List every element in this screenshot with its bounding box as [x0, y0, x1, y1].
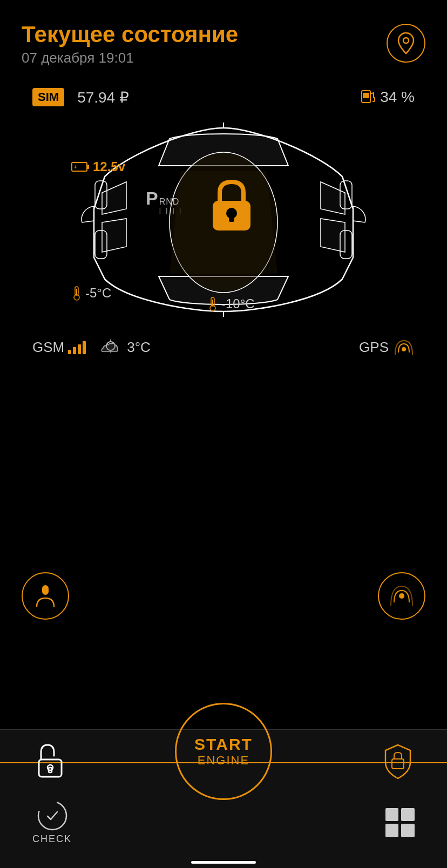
- svg-rect-13: [87, 165, 89, 169]
- start-engine-button[interactable]: START ENGINE: [175, 703, 272, 800]
- weather-temp: 3°C: [127, 339, 151, 356]
- grid-cell-3: [385, 824, 399, 837]
- engine-label: ENGINE: [198, 754, 249, 768]
- unlock-button[interactable]: [32, 741, 76, 789]
- location-button[interactable]: [387, 24, 425, 63]
- gsm-label: GSM: [32, 339, 64, 356]
- fuel-info: 34 %: [361, 89, 415, 106]
- gear-marks: | | | |: [159, 207, 182, 214]
- gear-indicator: P RND | | | |: [146, 187, 182, 215]
- page-subtitle: 07 декабря 19:01: [22, 50, 238, 66]
- car-diagram: + 12.5v P RND | | | |: [0, 117, 447, 322]
- status-bar: SIM 57.94 ₽ 34 %: [0, 83, 447, 112]
- gsm-weather: GSM 3°C: [32, 338, 151, 356]
- check-circle-wrapper: [37, 800, 68, 831]
- svg-rect-2: [363, 93, 369, 98]
- gps-signal-icon: [393, 338, 415, 356]
- page-title: Текущее состояние: [22, 22, 238, 48]
- svg-point-29: [402, 347, 406, 351]
- antenna-button[interactable]: [378, 572, 425, 620]
- svg-rect-17: [229, 213, 234, 222]
- float-buttons: [0, 572, 447, 620]
- temp-outside: -5°C: [71, 286, 111, 301]
- grid-cell-4: [401, 824, 415, 837]
- svg-rect-30: [42, 585, 49, 595]
- bottom-nav: START ENGINE CHECK: [0, 729, 447, 868]
- check-label: CHECK: [32, 833, 72, 845]
- check-icon: [37, 800, 68, 831]
- antenna-icon: [390, 585, 414, 607]
- lock-icon: [205, 177, 259, 238]
- sim-badge: SIM: [32, 88, 64, 106]
- battery-label: + 12.5v: [71, 159, 125, 174]
- gear-p: P: [146, 187, 158, 209]
- nav-bottom-row: CHECK: [0, 795, 447, 861]
- fuel-percent: 34 %: [380, 89, 415, 106]
- temp-inside-value: -10°C: [221, 296, 255, 311]
- unlock-icon: [32, 741, 76, 784]
- svg-point-36: [38, 802, 66, 830]
- svg-rect-35: [392, 759, 404, 769]
- gps-label: GPS: [359, 339, 389, 356]
- menu-button[interactable]: [385, 808, 415, 837]
- svg-point-0: [403, 38, 409, 43]
- svg-point-31: [399, 593, 404, 599]
- battery-voltage: 12.5v: [93, 159, 125, 174]
- profile-button[interactable]: [22, 572, 69, 620]
- nav-top-row: START ENGINE: [0, 730, 447, 795]
- location-icon: [396, 32, 416, 55]
- battery-icon: +: [71, 161, 90, 173]
- grid-cell-1: [385, 808, 399, 822]
- security-button[interactable]: [381, 743, 415, 787]
- header-text: Текущее состояние 07 декабря 19:01: [22, 22, 238, 66]
- gps-info: GPS: [359, 338, 415, 356]
- sim-balance: 57.94 ₽: [77, 89, 129, 106]
- header: Текущее состояние 07 декабря 19:01: [0, 0, 447, 77]
- gsm-signal-icon: [69, 340, 86, 354]
- weather-icon: [99, 340, 119, 355]
- start-label: START: [194, 735, 253, 754]
- profile-icon: [36, 584, 55, 608]
- temp-outside-value: -5°C: [85, 286, 111, 301]
- thermometer-outside-icon: [71, 286, 82, 301]
- fuel-icon: [361, 89, 376, 106]
- gear-rnd: RND: [159, 196, 182, 207]
- lock-svg: [205, 177, 259, 236]
- temp-inside: -10°C: [207, 296, 255, 311]
- thermometer-inside-icon: [207, 296, 218, 311]
- home-indicator: [191, 861, 256, 864]
- grid-cell-2: [401, 808, 415, 822]
- shield-lock-icon: [381, 743, 415, 781]
- svg-text:+: +: [74, 164, 77, 170]
- info-row: GSM 3°C GPS: [0, 328, 447, 367]
- check-button[interactable]: CHECK: [32, 800, 72, 845]
